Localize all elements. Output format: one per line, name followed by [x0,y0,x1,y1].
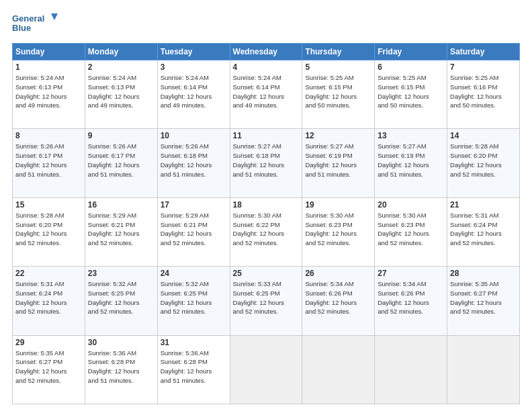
col-header-sunday: Sunday [13,44,85,60]
day-number: 1 [15,62,82,72]
day-number: 20 [378,200,444,210]
cell-info: Sunrise: 5:24 AMSunset: 6:13 PMDaylight:… [15,73,82,110]
cell-info: Sunrise: 5:27 AMSunset: 6:19 PMDaylight:… [305,142,371,179]
day-number: 17 [161,200,227,210]
day-number: 30 [88,338,154,347]
calendar-cell: 3Sunrise: 5:24 AMSunset: 6:14 PMDaylight… [157,60,230,129]
svg-text:General: General [12,13,44,24]
cell-info: Sunrise: 5:25 AMSunset: 6:15 PMDaylight:… [305,73,371,110]
day-number: 11 [233,131,300,140]
day-number: 24 [161,269,227,278]
day-number: 14 [450,131,517,140]
day-number: 28 [450,269,517,278]
cell-info: Sunrise: 5:27 AMSunset: 6:18 PMDaylight:… [233,142,300,179]
cell-info: Sunrise: 5:33 AMSunset: 6:25 PMDaylight:… [233,279,300,316]
calendar-cell: 29Sunrise: 5:35 AMSunset: 6:27 PMDayligh… [13,335,85,404]
calendar-cell: 26Sunrise: 5:34 AMSunset: 6:26 PMDayligh… [302,267,375,335]
day-number: 25 [233,269,300,278]
calendar-cell: 30Sunrise: 5:36 AMSunset: 6:28 PMDayligh… [85,335,157,404]
cell-info: Sunrise: 5:35 AMSunset: 6:27 PMDaylight:… [450,279,517,316]
cell-info: Sunrise: 5:35 AMSunset: 6:27 PMDaylight:… [15,349,82,385]
cell-info: Sunrise: 5:31 AMSunset: 6:24 PMDaylight:… [450,211,517,248]
calendar-cell: 9Sunrise: 5:26 AMSunset: 6:17 PMDaylight… [85,129,157,197]
page: General Blue SundayMondayTuesdayWednesda… [0,0,532,411]
calendar-table: SundayMondayTuesdayWednesdayThursdayFrid… [12,43,520,404]
day-number: 22 [15,269,82,278]
col-header-friday: Friday [375,44,447,60]
col-header-saturday: Saturday [447,44,520,60]
cell-info: Sunrise: 5:27 AMSunset: 6:19 PMDaylight:… [378,142,444,179]
cell-info: Sunrise: 5:34 AMSunset: 6:26 PMDaylight:… [378,279,444,316]
calendar-cell: 4Sunrise: 5:24 AMSunset: 6:14 PMDaylight… [230,60,302,129]
col-header-wednesday: Wednesday [230,44,302,60]
col-header-monday: Monday [85,44,157,60]
day-number: 10 [161,131,227,140]
calendar-week-row: 1Sunrise: 5:24 AMSunset: 6:13 PMDaylight… [13,60,520,129]
day-number: 31 [161,338,227,347]
day-number: 7 [450,62,517,72]
cell-info: Sunrise: 5:26 AMSunset: 6:18 PMDaylight:… [161,142,227,179]
day-number: 3 [161,62,227,72]
calendar-cell: 13Sunrise: 5:27 AMSunset: 6:19 PMDayligh… [375,129,447,197]
calendar-cell: 23Sunrise: 5:32 AMSunset: 6:25 PMDayligh… [85,267,157,335]
cell-info: Sunrise: 5:29 AMSunset: 6:21 PMDaylight:… [88,211,154,248]
cell-info: Sunrise: 5:30 AMSunset: 6:23 PMDaylight:… [378,211,444,248]
calendar-cell: 31Sunrise: 5:36 AMSunset: 6:28 PMDayligh… [157,335,230,404]
cell-info: Sunrise: 5:36 AMSunset: 6:28 PMDaylight:… [88,349,154,385]
cell-info: Sunrise: 5:30 AMSunset: 6:23 PMDaylight:… [305,211,371,248]
day-number: 16 [88,200,154,210]
calendar-cell: 24Sunrise: 5:32 AMSunset: 6:25 PMDayligh… [157,267,230,335]
calendar-cell: 6Sunrise: 5:25 AMSunset: 6:15 PMDaylight… [375,60,447,129]
cell-info: Sunrise: 5:30 AMSunset: 6:22 PMDaylight:… [233,211,300,248]
cell-info: Sunrise: 5:26 AMSunset: 6:17 PMDaylight:… [88,142,154,179]
calendar-week-row: 29Sunrise: 5:35 AMSunset: 6:27 PMDayligh… [13,335,520,404]
calendar-header-row: SundayMondayTuesdayWednesdayThursdayFrid… [13,44,520,60]
day-number: 19 [305,200,371,210]
cell-info: Sunrise: 5:36 AMSunset: 6:28 PMDaylight:… [161,349,227,385]
day-number: 18 [233,200,300,210]
calendar-cell: 11Sunrise: 5:27 AMSunset: 6:18 PMDayligh… [230,129,302,197]
calendar-cell: 21Sunrise: 5:31 AMSunset: 6:24 PMDayligh… [447,197,520,266]
cell-info: Sunrise: 5:26 AMSunset: 6:17 PMDaylight:… [15,142,82,179]
calendar-cell: 8Sunrise: 5:26 AMSunset: 6:17 PMDaylight… [13,129,85,197]
calendar-body: 1Sunrise: 5:24 AMSunset: 6:13 PMDaylight… [13,60,520,404]
calendar-cell: 28Sunrise: 5:35 AMSunset: 6:27 PMDayligh… [447,267,520,335]
calendar-cell [447,335,520,404]
cell-info: Sunrise: 5:32 AMSunset: 6:25 PMDaylight:… [161,279,227,316]
calendar-cell: 5Sunrise: 5:25 AMSunset: 6:15 PMDaylight… [302,60,375,129]
calendar-cell: 18Sunrise: 5:30 AMSunset: 6:22 PMDayligh… [230,197,302,266]
cell-info: Sunrise: 5:31 AMSunset: 6:24 PMDaylight:… [15,279,82,316]
cell-info: Sunrise: 5:24 AMSunset: 6:14 PMDaylight:… [161,73,227,110]
calendar-cell: 10Sunrise: 5:26 AMSunset: 6:18 PMDayligh… [157,129,230,197]
day-number: 12 [305,131,371,140]
col-header-thursday: Thursday [302,44,375,60]
cell-info: Sunrise: 5:24 AMSunset: 6:14 PMDaylight:… [233,73,300,110]
calendar-cell: 15Sunrise: 5:28 AMSunset: 6:20 PMDayligh… [13,197,85,266]
logo: General Blue [12,12,59,36]
calendar-cell: 14Sunrise: 5:28 AMSunset: 6:20 PMDayligh… [447,129,520,197]
day-number: 27 [378,269,444,278]
calendar-cell: 25Sunrise: 5:33 AMSunset: 6:25 PMDayligh… [230,267,302,335]
cell-info: Sunrise: 5:25 AMSunset: 6:15 PMDaylight:… [378,73,444,110]
logo-svg: General Blue [12,12,59,36]
day-number: 8 [15,131,82,140]
day-number: 15 [15,200,82,210]
calendar-cell [230,335,302,404]
col-header-tuesday: Tuesday [157,44,230,60]
calendar-cell: 22Sunrise: 5:31 AMSunset: 6:24 PMDayligh… [13,267,85,335]
calendar-cell: 17Sunrise: 5:29 AMSunset: 6:21 PMDayligh… [157,197,230,266]
day-number: 6 [378,62,444,72]
cell-info: Sunrise: 5:32 AMSunset: 6:25 PMDaylight:… [88,279,154,316]
day-number: 29 [15,338,82,347]
day-number: 4 [233,62,300,72]
cell-info: Sunrise: 5:29 AMSunset: 6:21 PMDaylight:… [161,211,227,248]
calendar-cell: 7Sunrise: 5:25 AMSunset: 6:16 PMDaylight… [447,60,520,129]
calendar-week-row: 8Sunrise: 5:26 AMSunset: 6:17 PMDaylight… [13,129,520,197]
cell-info: Sunrise: 5:28 AMSunset: 6:20 PMDaylight:… [15,211,82,248]
calendar-week-row: 22Sunrise: 5:31 AMSunset: 6:24 PMDayligh… [13,267,520,335]
day-number: 21 [450,200,517,210]
calendar-cell: 12Sunrise: 5:27 AMSunset: 6:19 PMDayligh… [302,129,375,197]
calendar-cell: 16Sunrise: 5:29 AMSunset: 6:21 PMDayligh… [85,197,157,266]
calendar-cell: 1Sunrise: 5:24 AMSunset: 6:13 PMDaylight… [13,60,85,129]
calendar-cell: 2Sunrise: 5:24 AMSunset: 6:13 PMDaylight… [85,60,157,129]
